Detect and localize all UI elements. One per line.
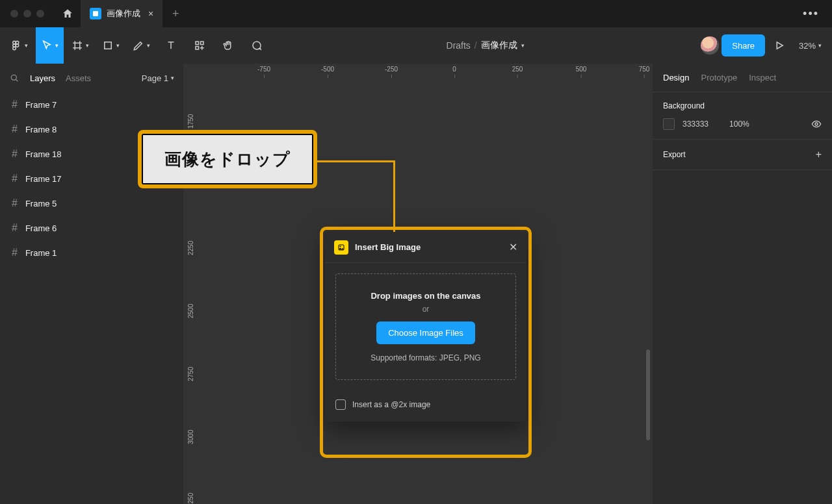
tab-assets[interactable]: Assets xyxy=(66,73,91,83)
comment-tool-button[interactable] xyxy=(244,32,270,58)
window-titlebar: 画像作成 × + ••• xyxy=(0,0,832,27)
svg-point-3 xyxy=(13,47,16,50)
ruler-tick: 3250 xyxy=(187,494,194,504)
drop-zone-title: Drop images on the canvas xyxy=(344,291,508,301)
chevron-down-icon: ▾ xyxy=(25,42,28,49)
layer-item[interactable]: #Frame 6 xyxy=(0,216,183,240)
ruler-tick: -250 xyxy=(385,66,398,73)
ruler-tick: 3000 xyxy=(187,431,194,444)
figma-menu-button[interactable]: ▾ xyxy=(5,32,33,58)
drop-zone[interactable]: Drop images on the canvas or Choose Imag… xyxy=(335,273,516,380)
layer-item[interactable]: #Frame 7 xyxy=(0,92,183,117)
layer-label: Frame 1 xyxy=(25,248,57,258)
background-section: Background 333333 100% xyxy=(653,92,832,140)
checkbox-label: Insert as a @2x image xyxy=(352,400,430,409)
color-hex[interactable]: 333333 xyxy=(682,120,708,129)
main-toolbar: ▾ ▾ ▾ ▾ ▾ Drafts / 画像作成 ▾ Share 32% ▾ xyxy=(0,27,832,64)
traffic-max[interactable] xyxy=(36,10,44,18)
new-tab-button[interactable]: + xyxy=(162,7,188,21)
svg-point-11 xyxy=(815,123,818,125)
frame-icon: # xyxy=(12,173,18,184)
hand-tool-button[interactable] xyxy=(215,32,241,58)
section-title: Background xyxy=(663,101,822,110)
ruler-horizontal: -750 -500 -250 0 250 500 750 xyxy=(198,64,653,78)
color-swatch[interactable] xyxy=(663,118,675,130)
traffic-min[interactable] xyxy=(23,10,31,18)
layer-item[interactable]: #Frame 1 xyxy=(0,240,183,265)
close-tab-icon[interactable]: × xyxy=(148,8,153,19)
tab-prototype[interactable]: Prototype xyxy=(701,73,737,82)
frame-icon: # xyxy=(12,123,18,135)
layer-label: Frame 7 xyxy=(25,100,57,110)
annotation-connector xyxy=(317,160,395,162)
layer-label: Frame 8 xyxy=(25,125,57,134)
close-icon[interactable]: ✕ xyxy=(509,241,517,253)
breadcrumb-separator: / xyxy=(474,40,477,51)
text-tool-button[interactable] xyxy=(158,32,184,58)
svg-rect-0 xyxy=(93,11,98,16)
chevron-down-icon: ▾ xyxy=(171,75,174,81)
plugin-icon xyxy=(334,240,348,255)
tab-design[interactable]: Design xyxy=(663,73,689,82)
visibility-icon[interactable] xyxy=(811,119,822,129)
chevron-down-icon: ▾ xyxy=(55,42,58,49)
tab-label: 画像作成 xyxy=(107,8,140,19)
layer-item[interactable]: #Frame 5 xyxy=(0,191,183,216)
chevron-down-icon: ▾ xyxy=(818,42,822,49)
search-icon[interactable] xyxy=(9,73,20,83)
breadcrumb-file: 画像作成 xyxy=(481,40,517,51)
layer-label: Frame 6 xyxy=(25,223,57,233)
left-panel-header: Layers Assets Page 1 ▾ xyxy=(0,64,183,92)
right-panel: Design Prototype Inspect Background 3333… xyxy=(653,64,832,504)
tab-layers[interactable]: Layers xyxy=(30,73,55,83)
traffic-close[interactable] xyxy=(10,10,18,18)
ruler-tick: -750 xyxy=(257,66,270,73)
layer-label: Frame 5 xyxy=(25,199,57,208)
chevron-down-icon: ▾ xyxy=(86,42,89,49)
frame-icon: # xyxy=(12,247,18,258)
pen-tool-button[interactable]: ▾ xyxy=(127,32,155,58)
drop-zone-or: or xyxy=(344,305,508,314)
checkbox-2x[interactable] xyxy=(335,399,346,410)
document-tab[interactable]: 画像作成 × xyxy=(81,0,162,27)
annotation-connector xyxy=(393,160,395,232)
overflow-menu-icon[interactable]: ••• xyxy=(795,7,827,21)
ruler-tick: 250 xyxy=(512,66,523,73)
share-button[interactable]: Share xyxy=(722,34,765,57)
tab-inspect[interactable]: Inspect xyxy=(749,73,776,82)
move-tool-button[interactable]: ▾ xyxy=(36,27,64,64)
color-opacity[interactable]: 100% xyxy=(729,120,749,129)
window-controls xyxy=(10,10,44,18)
add-export-button[interactable]: + xyxy=(816,149,822,160)
choose-files-button[interactable]: Choose Image Files xyxy=(376,321,475,344)
ruler-tick: 750 xyxy=(639,66,650,73)
right-panel-tabs: Design Prototype Inspect xyxy=(653,64,832,92)
frame-icon: # xyxy=(12,148,18,160)
page-selector-label: Page 1 xyxy=(142,73,168,83)
resources-button[interactable] xyxy=(187,32,213,58)
frame-icon: # xyxy=(12,197,18,209)
zoom-selector[interactable]: 32% ▾ xyxy=(794,41,827,51)
present-button[interactable] xyxy=(768,40,791,51)
choose-files-label: Choose Image Files xyxy=(388,328,463,338)
breadcrumb-root: Drafts xyxy=(447,40,471,51)
shape-tool-button[interactable]: ▾ xyxy=(97,32,125,58)
layer-label: Frame 18 xyxy=(25,149,62,159)
ruler-tick: 2250 xyxy=(187,242,194,255)
frame-icon: # xyxy=(12,222,18,234)
svg-point-13 xyxy=(340,246,341,247)
plugin-dialog: Insert Big Image ✕ Drop images on the ca… xyxy=(325,232,526,422)
supported-formats: Supported formats: JPEG, PNG xyxy=(344,353,508,362)
avatar[interactable] xyxy=(701,36,719,55)
home-button[interactable] xyxy=(55,0,81,27)
chevron-down-icon: ▾ xyxy=(147,42,150,49)
ruler-tick: 500 xyxy=(576,66,587,73)
ruler-tick: -500 xyxy=(321,66,334,73)
scrollbar-vertical[interactable] xyxy=(646,349,650,440)
plugin-footer: Insert as a @2x image xyxy=(325,390,526,422)
svg-rect-9 xyxy=(196,47,199,50)
frame-tool-button[interactable]: ▾ xyxy=(66,32,94,58)
page-selector[interactable]: Page 1 ▾ xyxy=(142,73,174,83)
breadcrumb[interactable]: Drafts / 画像作成 ▾ xyxy=(272,40,698,51)
svg-rect-8 xyxy=(201,42,204,45)
